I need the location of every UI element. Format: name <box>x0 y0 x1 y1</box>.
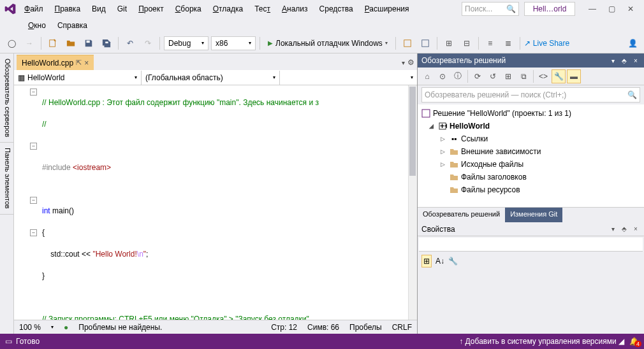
tb-icon-6[interactable]: ≣ <box>501 36 516 51</box>
folder-icon <box>450 185 458 194</box>
menu-debug[interactable]: Отладка <box>208 2 248 16</box>
nav-back-button[interactable]: ◯ <box>4 36 19 51</box>
vcs-add-button[interactable]: ↑ Добавить в систему управления версиями… <box>459 337 624 346</box>
menu-file[interactable]: Файл <box>19 2 48 16</box>
c: ; <box>146 250 148 259</box>
nav-project-combo[interactable]: ▦HelloWorld▾ <box>14 71 142 85</box>
crlf-indicator: CRLF <box>392 323 412 332</box>
folder-icon <box>450 160 458 169</box>
c: // HelloWorld.cpp : Этот файл содержит ф… <box>42 98 319 107</box>
se-btn-10[interactable]: ▬ <box>567 69 581 83</box>
tb-icon-4[interactable]: ⊟ <box>459 36 474 51</box>
code-editor[interactable]: − − − − // HelloWorld.cpp : Этот файл со… <box>14 85 417 320</box>
ext-deps-node[interactable]: ▷Внешние зависимости <box>418 145 644 158</box>
menu-build[interactable]: Сборка <box>170 2 207 16</box>
pin-icon[interactable]: ⬘ <box>620 56 629 65</box>
line-indicator: Стр: 12 <box>271 323 297 332</box>
t: Файлы заголовков <box>461 173 527 182</box>
save-button[interactable] <box>81 36 96 51</box>
platform-combo[interactable]: x86▾ <box>211 36 256 50</box>
hdr-node[interactable]: Файлы заголовков <box>418 171 644 183</box>
menu-test[interactable]: Тест <box>249 2 275 16</box>
wrench-icon[interactable]: 🔧 <box>552 69 566 83</box>
gear-icon[interactable]: ⚙ <box>407 58 414 67</box>
src-node[interactable]: ▷Исходные файлы <box>418 158 644 171</box>
menu-analyze[interactable]: Анализ <box>277 2 313 16</box>
config-combo[interactable]: Debug▾ <box>164 36 209 50</box>
project-node[interactable]: ◢++HelloWorld <box>418 120 644 132</box>
se-btn-2[interactable]: ⊙ <box>435 69 450 83</box>
categorize-icon[interactable]: ⊞ <box>421 255 432 267</box>
solution-explorer-header: Обозреватель решений ▾⬘× <box>418 53 644 68</box>
c: "Hello World! <box>92 250 136 259</box>
close-tab-button[interactable]: × <box>84 59 89 68</box>
start-debug-button[interactable]: ▶ Локальный отладчик Windows ▾ <box>264 36 392 51</box>
document-tabstrip: HelloWorld.cpp ⇱ × ▾ ⚙ <box>14 53 417 70</box>
chevron-down-icon[interactable]: ▾ <box>402 59 405 66</box>
refs-icon: ▪▪ <box>450 134 458 143</box>
document-tab[interactable]: HelloWorld.cpp ⇱ × <box>17 55 94 70</box>
menu-help[interactable]: Справка <box>52 18 92 32</box>
se-search-input[interactable]: Обозреватель решений — поиск (Ctrl+;) 🔍 <box>421 87 640 103</box>
open-button[interactable] <box>63 36 78 51</box>
se-btn-3[interactable]: ⓘ <box>451 69 465 83</box>
close-icon[interactable]: × <box>631 225 640 234</box>
close-button[interactable]: ✕ <box>621 2 640 16</box>
menu-edit[interactable]: Правка <box>50 2 86 16</box>
zoom-level[interactable]: 100 % <box>19 323 41 332</box>
props-object-combo[interactable] <box>419 238 643 252</box>
nav-bar: ▦HelloWorld▾ (Глобальная область)▾ ▾ <box>14 70 417 85</box>
vertical-scrollbar[interactable] <box>408 85 417 320</box>
close-icon[interactable]: × <box>631 56 640 65</box>
col-indicator: Симв: 66 <box>307 323 339 332</box>
notifications-button[interactable]: 🔔4 <box>629 337 639 346</box>
se-btn-4[interactable]: ⟳ <box>471 69 485 83</box>
git-changes-tab[interactable]: Изменения Git <box>505 208 562 222</box>
tb-icon-2[interactable] <box>418 36 433 51</box>
tb-icon-5[interactable]: ≡ <box>483 36 498 51</box>
menu-view[interactable]: Вид <box>87 2 111 16</box>
home-icon[interactable]: ⌂ <box>420 69 434 83</box>
editor-statusbar: 100 % ▾ ● Проблемы не найдены. Стр: 12 С… <box>14 320 417 334</box>
se-btn-8[interactable]: <> <box>536 69 550 83</box>
pin-icon[interactable]: ⇱ <box>76 59 82 67</box>
refs-node[interactable]: ▷▪▪Ссылки <box>418 132 644 145</box>
solution-tree[interactable]: Решение "HelloWorld" (проекты: 1 из 1) ◢… <box>418 104 644 207</box>
menu-tools[interactable]: Средства <box>314 2 358 16</box>
sort-icon[interactable]: A↓ <box>435 257 444 266</box>
minimize-button[interactable]: — <box>583 2 602 16</box>
search-icon: 🔍 <box>627 90 637 99</box>
se-btn-6[interactable]: ⊞ <box>501 69 515 83</box>
check-icon: ● <box>64 323 68 332</box>
live-share-button[interactable]: ↗ Live Share <box>524 39 569 48</box>
menu-git[interactable]: Git <box>112 2 132 16</box>
toolbox-tab[interactable]: Панель элементов <box>0 143 13 215</box>
solution-node[interactable]: Решение "HelloWorld" (проекты: 1 из 1) <box>418 107 644 120</box>
feedback-button[interactable]: 👤 <box>625 36 640 51</box>
menu-project[interactable]: Проект <box>133 2 169 16</box>
undo-button[interactable]: ↶ <box>122 36 138 51</box>
menu-extensions[interactable]: Расширения <box>360 2 414 16</box>
se-toolbar: ⌂ ⊙ ⓘ ⟳ ↺ ⊞ ⧉ <> 🔧 ▬ <box>418 68 644 85</box>
new-button[interactable] <box>45 36 61 51</box>
svg-rect-1 <box>87 40 90 43</box>
search-input[interactable]: Поиск... 🔍 <box>462 2 519 16</box>
se-tab[interactable]: Обозреватель решений <box>418 208 505 222</box>
tb-icon-3[interactable]: ⊞ <box>441 36 457 51</box>
chevron-down-icon[interactable]: ▾ <box>608 56 617 65</box>
nav-fwd-button[interactable]: → <box>22 36 37 51</box>
nav-member-combo[interactable]: ▾ <box>280 71 418 85</box>
se-btn-7[interactable]: ⧉ <box>516 69 531 83</box>
maximize-button[interactable]: ▢ <box>602 2 621 16</box>
pin-icon[interactable]: ⬘ <box>620 225 629 234</box>
menu-window[interactable]: Окно <box>23 18 51 32</box>
tb-icon-1[interactable] <box>400 36 415 51</box>
nav-scope-combo[interactable]: (Глобальная область)▾ <box>142 71 280 85</box>
se-btn-5[interactable]: ↺ <box>486 69 500 83</box>
redo-button[interactable]: ↷ <box>140 36 156 51</box>
save-all-button[interactable] <box>99 36 114 51</box>
server-explorer-tab[interactable]: Обозреватель серверов <box>0 53 13 143</box>
chevron-down-icon[interactable]: ▾ <box>608 225 617 234</box>
res-node[interactable]: Файлы ресурсов <box>418 183 644 196</box>
wrench-icon[interactable]: 🔧 <box>448 257 458 266</box>
